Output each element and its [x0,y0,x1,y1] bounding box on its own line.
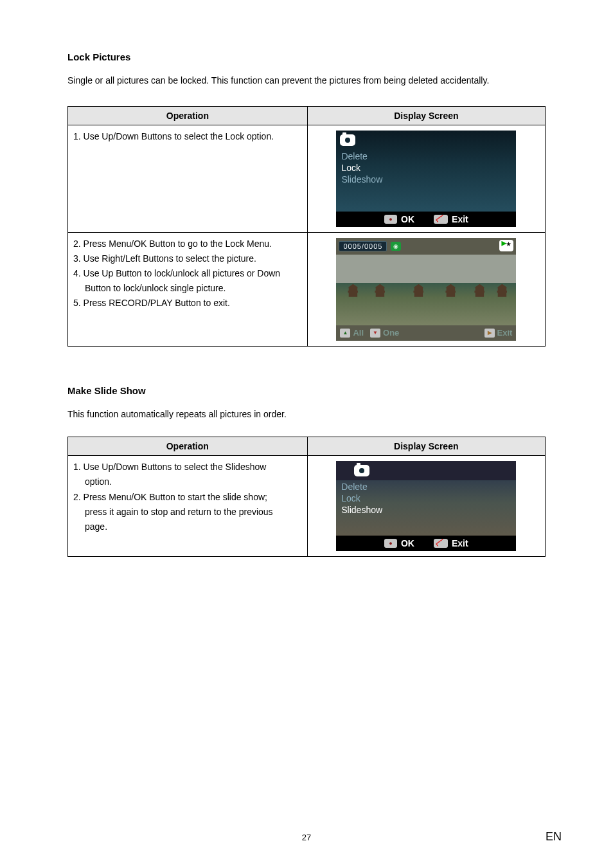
lock-screen-2: 0005/0005 ◉ ▲All ▼One ▶E [307,232,545,346]
camera-menu-mock: Delete Lock Slideshow ●OK Exit [336,131,516,227]
ok-button-icon: ● [384,539,397,548]
slideshow-menu-mock: Delete Lock Slideshow ●OK Exit [336,461,516,551]
browse-footer: ▲All ▼One ▶Exit [336,325,516,341]
lock-screen-1: Delete Lock Slideshow ●OK Exit [307,125,545,232]
camera-icon [340,134,355,146]
col-display-header: Display Screen [307,106,545,125]
slideshow-operations-table: Operation Display Screen 1. Use Up/Down … [67,437,546,557]
language-mark: EN [546,830,562,844]
slideshow-steps: 1. Use Up/Down Buttons to select the Sli… [68,456,308,557]
lock-step-1: 1. Use Up/Down Buttons to select the Loc… [68,125,308,232]
up-all-icon: ▲ [340,329,350,338]
menu-slideshow-highlighted: Slideshow [340,504,384,516]
lock-operations-table: Operation Display Screen 1. Use Up/Down … [67,106,546,347]
section-slideshow-description: This function automatically repeats all … [67,408,546,422]
page-number: 27 [0,833,613,842]
col-display-header-2: Display Screen [307,437,545,456]
camera-icon [354,465,369,476]
menu-delete: Delete [340,481,384,493]
photo-counter: 0005/0005 [339,241,387,251]
menu-footer: ●OK Exit [336,212,516,227]
slideshow-screen: Delete Lock Slideshow ●OK Exit [307,456,545,557]
section-lock-description: Single or all pictures can be locked. Th… [67,74,546,88]
exit-button-icon [434,539,448,548]
menu-footer: ●OK Exit [336,536,516,551]
menu-slideshow: Slideshow [340,174,512,185]
menu-lock: Lock [340,493,384,504]
manual-page: Lock Pictures Single or all pictures can… [0,0,613,868]
lock-stamp-icon [499,240,513,251]
col-operation-header-2: Operation [68,437,308,456]
exit-icon: ▶ [484,329,495,338]
menu-lock-highlighted: Lock [340,162,512,174]
section-lock-title: Lock Pictures [67,51,546,62]
menu-delete: Delete [340,150,512,162]
lock-steps-2-5: 2. Press Menu/OK Button to go to the Loc… [68,232,308,346]
photo-browse-mock: 0005/0005 ◉ ▲All ▼One ▶E [336,238,516,341]
play-badge-icon: ◉ [391,242,401,251]
exit-button-icon [434,215,448,224]
photo-thumbnail [336,255,516,325]
section-slideshow-title: Make Slide Show [67,385,546,396]
down-one-icon: ▼ [370,329,380,338]
ok-button-icon: ● [384,215,397,224]
col-operation-header: Operation [68,106,308,125]
